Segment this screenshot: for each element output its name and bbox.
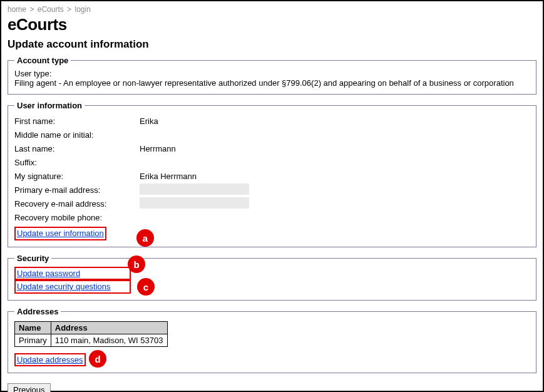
page-subtitle: Update account information [8,38,536,51]
addresses-table: Name Address Primary 110 main, Madison, … [14,321,168,347]
previous-button[interactable]: Previous [8,383,51,392]
suffix-label: Suffix: [14,158,140,167]
account-type-legend: Account type [14,56,71,65]
security-legend: Security [14,254,51,263]
breadcrumb-ecourts[interactable]: eCourts [38,5,64,14]
breadcrumb-sep: > [29,5,34,14]
primary-email-label: Primary e-mail address: [14,185,140,195]
table-header-row: Name Address [15,321,168,334]
primary-email-redacted [140,183,249,195]
breadcrumb-login[interactable]: login [74,5,90,14]
update-user-info-link[interactable]: Update user information [17,229,104,238]
row-signature: My signature: Erika Herrmann [14,169,530,183]
callout-a: a [136,229,154,247]
page-title: eCourts [8,15,536,34]
first-name-label: First name: [14,116,140,126]
row-last-name: Last name: Herrmann [14,142,530,155]
recovery-email-label: Recovery e-mail address: [14,199,140,209]
update-password-link[interactable]: Update password [17,269,80,278]
cell-name: Primary [15,334,51,346]
addresses-legend: Addresses [14,307,61,316]
table-row: Primary 110 main, Madison, WI 53703 [15,334,168,346]
middle-name-label: Middle name or initial: [14,130,140,140]
highlight-update-addresses: Update addresses [14,353,86,367]
callout-d: d [89,350,106,368]
callout-c: c [137,278,155,296]
account-type-fieldset: Account type User type: Filing agent - A… [8,56,536,95]
col-header-name: Name [15,321,51,334]
first-name-value: Erika [140,116,158,126]
row-suffix: Suffix: [14,155,530,169]
signature-label: My signature: [14,172,140,181]
security-fieldset: Security Update password Update security… [8,254,536,301]
signature-value: Erika Herrmann [140,172,197,181]
user-info-fieldset: User information First name: Erika Middl… [8,101,536,247]
addresses-fieldset: Addresses Name Address Primary 110 main,… [8,307,536,374]
row-primary-email: Primary e-mail address: [14,183,530,197]
row-first-name: First name: Erika [14,114,530,128]
last-name-value: Herrmann [140,144,176,153]
col-header-address: Address [51,321,167,334]
breadcrumb-sep: > [67,5,71,14]
highlight-update-password: Update password [14,267,131,281]
update-addresses-link[interactable]: Update addresses [17,355,83,364]
highlight-update-questions: Update security questions [14,280,131,294]
user-type-label: User type: [14,69,530,78]
row-recovery-email: Recovery e-mail address: [14,197,530,210]
callout-b: b [128,255,145,273]
user-info-legend: User information [14,101,85,110]
breadcrumb-home[interactable]: home [8,5,26,14]
page-container: home > eCourts > login eCourts Update ac… [0,0,544,392]
row-middle-name: Middle name or initial: [14,128,530,142]
breadcrumb: home > eCourts > login [8,5,536,14]
last-name-label: Last name: [14,144,140,153]
recovery-email-redacted [140,197,249,209]
row-recovery-phone: Recovery mobile phone: [14,210,530,224]
user-type-value: Filing agent - An employee or non-lawyer… [14,78,530,88]
cell-address: 110 main, Madison, WI 53703 [51,334,167,346]
update-security-questions-link[interactable]: Update security questions [17,282,111,291]
highlight-update-user-info: Update user information [14,227,106,240]
recovery-phone-label: Recovery mobile phone: [14,213,140,222]
